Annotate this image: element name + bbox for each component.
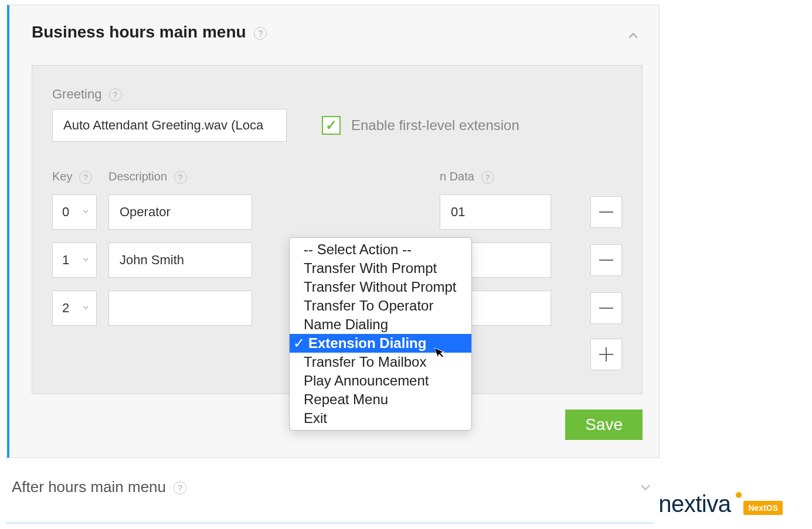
dropdown-option[interactable]: Transfer To Operator: [290, 296, 471, 315]
help-icon[interactable]: ?: [174, 171, 187, 184]
divider: [6, 522, 654, 524]
dropdown-option[interactable]: Exit: [290, 409, 471, 428]
dropdown-option[interactable]: Transfer Without Prompt: [290, 278, 471, 296]
dropdown-option[interactable]: -- Select Action --: [290, 240, 471, 259]
chevron-down-icon: [81, 252, 90, 268]
description-input[interactable]: John Smith: [108, 243, 252, 278]
add-row-button[interactable]: [590, 339, 622, 370]
expand-icon[interactable]: [637, 479, 654, 500]
enable-first-level-checkbox[interactable]: ✓: [322, 116, 341, 135]
help-icon[interactable]: ?: [109, 88, 122, 101]
help-icon[interactable]: ?: [174, 482, 186, 494]
enable-first-level-label: Enable first-level extension: [351, 117, 519, 134]
remove-row-button[interactable]: [590, 196, 622, 228]
greeting-input[interactable]: Auto Attendant Greeting.wav (Loca: [52, 109, 287, 142]
minus-icon: [599, 211, 613, 213]
brand-name: nextiva: [658, 491, 731, 517]
minus-icon: [599, 260, 613, 261]
col-data-label: n Data: [440, 170, 474, 183]
key-select[interactable]: 1: [52, 243, 97, 278]
brand-logo: nextiva NextOS: [658, 491, 783, 517]
action-data-input[interactable]: 01: [440, 194, 551, 230]
key-select[interactable]: 0: [52, 194, 97, 230]
key-select[interactable]: 2: [52, 291, 97, 326]
help-icon[interactable]: ?: [481, 171, 494, 184]
section-title-text: Business hours main menu: [32, 23, 246, 41]
dropdown-option[interactable]: Play Announcement: [290, 371, 471, 390]
col-key-label: Key: [52, 170, 72, 183]
brand-dot-icon: [736, 492, 742, 498]
dropdown-option[interactable]: Transfer With Prompt: [290, 259, 471, 278]
action-dropdown[interactable]: -- Select Action -- Transfer With Prompt…: [289, 237, 472, 431]
dropdown-option[interactable]: Name Dialing: [290, 315, 471, 334]
after-hours-title: After hours main menu: [12, 478, 166, 496]
minus-icon: [599, 308, 613, 309]
columns-header: Key ? Description ? n Data ?: [52, 170, 622, 184]
table-row: 0 Operator 01: [52, 194, 622, 230]
menu-config-box: Greeting ? Auto Attendant Greeting.wav (…: [32, 65, 643, 394]
plus-icon: [599, 347, 613, 361]
greeting-label: Greeting ?: [52, 87, 622, 102]
section-title: Business hours main menu ?: [32, 23, 643, 42]
collapse-icon[interactable]: [625, 28, 641, 46]
business-hours-panel: Business hours main menu ? Greeting ? Au…: [7, 5, 660, 458]
after-hours-section[interactable]: After hours main menu ?: [12, 478, 660, 496]
brand-badge: NextOS: [743, 501, 783, 515]
remove-row-button[interactable]: [590, 244, 622, 276]
chevron-down-icon: [81, 204, 90, 220]
remove-row-button[interactable]: [590, 292, 622, 324]
save-button[interactable]: Save: [565, 409, 643, 440]
help-icon[interactable]: ?: [79, 171, 92, 184]
chevron-down-icon: [81, 301, 90, 316]
description-input[interactable]: [108, 291, 252, 326]
dropdown-option[interactable]: Repeat Menu: [290, 390, 471, 409]
help-icon[interactable]: ?: [254, 27, 267, 40]
description-input[interactable]: Operator: [108, 194, 252, 230]
col-desc-label: Description: [108, 170, 167, 183]
